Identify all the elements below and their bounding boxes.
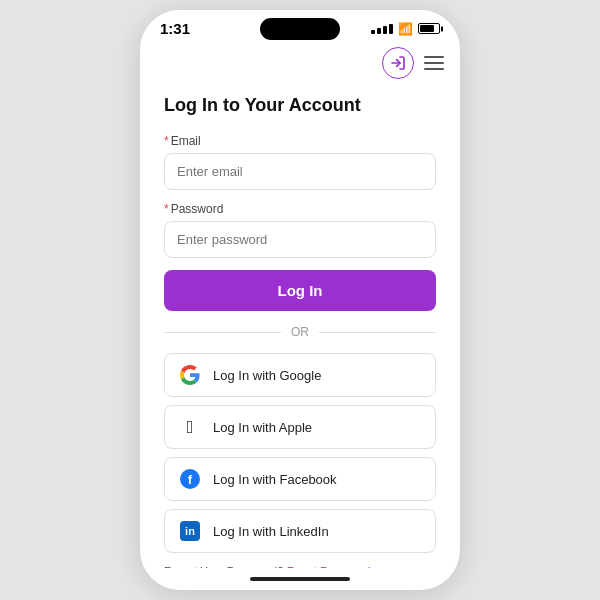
login-button[interactable]: Log In [164,270,436,311]
divider-line-right [319,332,436,333]
forgot-password-line: Forgot Your Password? Reset Password [164,561,436,568]
login-linkedin-button[interactable]: in Log In with LinkedIn [164,509,436,553]
dynamic-island [260,18,340,40]
status-icons: 📶 [371,22,440,36]
menu-icon[interactable] [424,56,444,70]
page-title: Log In to Your Account [164,95,436,116]
facebook-login-label: Log In with Facebook [213,472,337,487]
phone-frame: 1:31 📶 [140,10,460,590]
footer-links: Forgot Your Password? Reset Password Don… [164,561,436,568]
home-bar [250,577,350,581]
google-icon [179,364,201,386]
status-time: 1:31 [160,20,190,37]
apple-icon:  [179,416,201,438]
status-bar: 1:31 📶 [140,10,460,41]
battery-icon [418,23,440,34]
home-indicator [140,568,460,590]
login-facebook-button[interactable]: f Log In with Facebook [164,457,436,501]
login-icon-button[interactable] [382,47,414,79]
top-bar [140,41,460,85]
main-content: Log In to Your Account *Email *Password … [140,85,460,568]
or-divider: OR [164,325,436,339]
email-label: *Email [164,134,436,148]
facebook-icon: f [179,468,201,490]
divider-line-left [164,332,281,333]
signal-icon [371,24,393,34]
google-login-label: Log In with Google [213,368,321,383]
wifi-icon: 📶 [398,22,413,36]
login-apple-button[interactable]:  Log In with Apple [164,405,436,449]
password-input[interactable] [164,221,436,258]
email-field-group: *Email [164,134,436,202]
email-input[interactable] [164,153,436,190]
email-required-star: * [164,134,169,148]
password-field-group: *Password [164,202,436,270]
linkedin-login-label: Log In with LinkedIn [213,524,329,539]
password-label: *Password [164,202,436,216]
linkedin-icon: in [179,520,201,542]
password-required-star: * [164,202,169,216]
or-text: OR [291,325,309,339]
apple-login-label: Log In with Apple [213,420,312,435]
login-google-button[interactable]: Log In with Google [164,353,436,397]
